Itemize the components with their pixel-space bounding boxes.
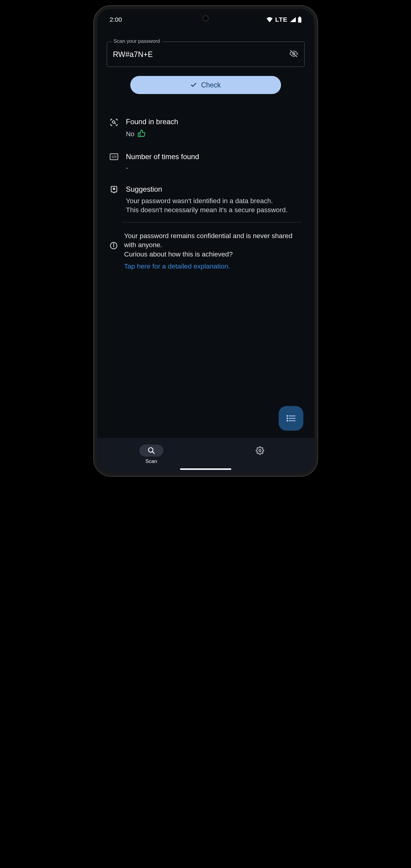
svg-text:123: 123 <box>111 155 116 158</box>
camera-notch <box>202 15 209 22</box>
svg-point-3 <box>112 121 115 123</box>
list-fab-button[interactable] <box>278 406 303 431</box>
divider <box>122 222 301 222</box>
results-section: Found in breach No 123 Number of times f… <box>107 118 304 215</box>
info-block: Your password remains confidential and i… <box>107 231 304 270</box>
nav-settings[interactable] <box>236 444 284 464</box>
svg-point-14 <box>287 421 288 421</box>
wifi-icon <box>266 17 273 22</box>
nav-scan-label: Scan <box>145 458 157 464</box>
suggestion-text: Your password wasn't identified in a dat… <box>126 196 301 215</box>
svg-point-18 <box>259 450 261 452</box>
number-icon: 123 <box>110 153 119 162</box>
suggestion-result: Suggestion Your password wasn't identifi… <box>110 185 301 215</box>
info-icon <box>110 242 118 250</box>
svg-point-9 <box>113 244 114 244</box>
network-label: LTE <box>275 16 287 23</box>
nav-scan-icon-wrap <box>139 444 164 457</box>
explanation-link[interactable]: Tap here for a detailed explanation. <box>124 262 301 270</box>
battery-icon <box>298 17 301 23</box>
breach-result: Found in breach No <box>110 118 301 139</box>
bottom-nav: Scan <box>97 438 314 473</box>
count-result: 123 Number of times found - <box>110 153 301 172</box>
check-icon <box>190 82 197 88</box>
nav-settings-icon-wrap <box>248 444 272 457</box>
check-button[interactable]: Check <box>130 76 281 94</box>
suggestion-icon <box>110 186 119 195</box>
count-title: Number of times found <box>126 153 301 161</box>
nav-scan[interactable]: Scan <box>127 444 176 464</box>
password-input[interactable] <box>113 50 286 59</box>
thumbs-up-icon <box>138 129 146 139</box>
svg-rect-0 <box>298 18 301 23</box>
svg-rect-4 <box>138 133 140 137</box>
search-icon <box>147 447 155 455</box>
count-value: - <box>126 164 128 172</box>
password-field-label: Scan your password <box>112 38 162 44</box>
svg-point-12 <box>287 418 288 419</box>
status-time: 2:00 <box>110 16 122 23</box>
visibility-off-icon[interactable] <box>289 49 298 59</box>
status-icons: LTE <box>266 16 301 23</box>
home-indicator[interactable] <box>180 468 231 470</box>
phone-frame: 2:00 LTE Scan your password Check <box>94 6 317 476</box>
breach-title: Found in breach <box>126 118 301 126</box>
breach-value: No <box>126 130 135 138</box>
password-field-container[interactable]: Scan your password <box>107 41 304 67</box>
scan-icon <box>110 118 119 127</box>
list-icon <box>286 415 296 422</box>
gear-icon <box>256 446 264 455</box>
check-button-label: Check <box>201 81 221 89</box>
suggestion-title: Suggestion <box>126 185 301 193</box>
svg-line-17 <box>152 452 154 454</box>
info-text: Your password remains confidential and i… <box>124 231 301 259</box>
svg-rect-1 <box>299 17 300 18</box>
svg-point-10 <box>287 415 288 416</box>
main-content: Scan your password Check Found in breach… <box>97 27 314 438</box>
signal-icon <box>290 17 296 22</box>
